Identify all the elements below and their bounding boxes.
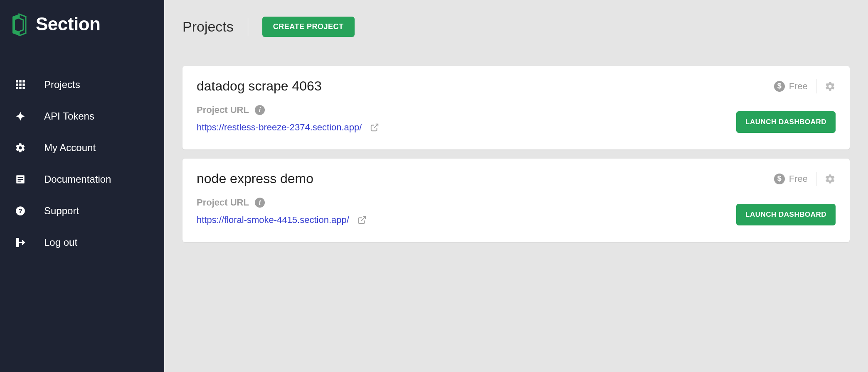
project-card: node express demo $ Free Project URL i [182,159,850,242]
project-url-label-row: Project URL i [197,197,367,208]
external-link-icon[interactable] [370,123,379,132]
sidebar-item-label: My Account [44,142,96,154]
logout-icon [15,237,26,248]
project-name: datadog scrape 4063 [197,78,322,94]
sidebar-item-api-tokens[interactable]: API Tokens [0,100,164,132]
plan-badge: $ Free [774,81,808,92]
sidebar-item-documentation[interactable]: Documentation [0,164,164,195]
brand-name: Section [36,14,100,34]
sidebar-item-label: Support [44,205,79,217]
help-icon: ? [15,206,26,216]
svg-rect-2 [22,80,25,82]
header-divider [248,18,248,36]
svg-rect-6 [16,87,18,89]
project-settings-button[interactable] [825,81,836,92]
project-card-body: Project URL i https://floral-smoke-4415.… [197,197,836,225]
project-settings-button[interactable] [825,174,836,184]
project-url-block: Project URL i https://floral-smoke-4415.… [197,197,367,225]
svg-marker-9 [16,112,25,121]
launch-dashboard-button[interactable]: Launch Dashboard [736,204,836,225]
project-meta: $ Free [774,172,836,186]
project-card: datadog scrape 4063 $ Free Project URL i [182,66,850,149]
sidebar-item-label: API Tokens [44,110,94,122]
main-content: Projects Create Project datadog scrape 4… [164,0,868,372]
svg-rect-10 [18,177,23,178]
project-url-link[interactable]: https://restless-breeze-2374.section.app… [197,122,362,133]
plan-label: Free [789,81,808,92]
page-header: Projects Create Project [182,17,850,37]
sidebar-item-support[interactable]: ? Support [0,195,164,227]
dollar-icon: $ [774,81,785,92]
sidebar-item-logout[interactable]: Log out [0,227,164,258]
svg-rect-12 [18,181,22,181]
svg-rect-3 [16,83,18,86]
svg-line-15 [374,124,378,128]
project-card-body: Project URL i https://restless-breeze-23… [197,105,836,133]
sidebar: Section Projects API Tokens My Account D… [0,0,164,372]
project-meta: $ Free [774,79,836,93]
sidebar-item-projects[interactable]: Projects [0,69,164,100]
project-card-header: node express demo $ Free [197,171,836,186]
gear-icon [15,142,26,153]
dollar-icon: $ [774,174,785,184]
sidebar-item-label: Documentation [44,174,111,185]
page-title: Projects [182,19,234,35]
sidebar-nav: Projects API Tokens My Account Documenta… [0,52,164,258]
project-url-link[interactable]: https://floral-smoke-4415.section.app/ [197,215,349,225]
info-icon[interactable]: i [255,198,265,208]
grid-icon [15,79,26,90]
project-url-label: Project URL [197,197,249,208]
brand: Section [0,12,164,52]
svg-rect-5 [22,83,25,86]
plan-label: Free [789,174,808,184]
create-project-button[interactable]: Create Project [262,17,355,37]
svg-rect-0 [16,80,18,82]
project-url-block: Project URL i https://restless-breeze-23… [197,105,379,133]
svg-rect-1 [19,80,21,82]
sidebar-item-my-account[interactable]: My Account [0,132,164,164]
sidebar-item-label: Projects [44,79,80,91]
document-icon [15,174,26,185]
meta-divider [816,79,816,93]
project-card-header: datadog scrape 4063 $ Free [197,78,836,94]
svg-rect-4 [19,83,21,86]
api-icon [15,111,26,122]
svg-rect-11 [18,179,23,180]
project-url-label-row: Project URL i [197,105,379,115]
project-url-row: https://restless-breeze-2374.section.app… [197,122,379,133]
external-link-icon[interactable] [358,215,367,225]
meta-divider [816,172,816,186]
project-name: node express demo [197,171,313,186]
plan-badge: $ Free [774,174,808,184]
svg-rect-8 [22,87,25,89]
svg-line-16 [361,217,365,221]
project-url-row: https://floral-smoke-4415.section.app/ [197,215,367,225]
project-url-label: Project URL [197,105,249,115]
section-logo-icon [10,12,28,36]
launch-dashboard-button[interactable]: Launch Dashboard [736,111,836,133]
svg-text:?: ? [18,207,22,214]
svg-rect-7 [19,87,21,89]
info-icon[interactable]: i [255,105,265,115]
sidebar-item-label: Log out [44,237,77,248]
